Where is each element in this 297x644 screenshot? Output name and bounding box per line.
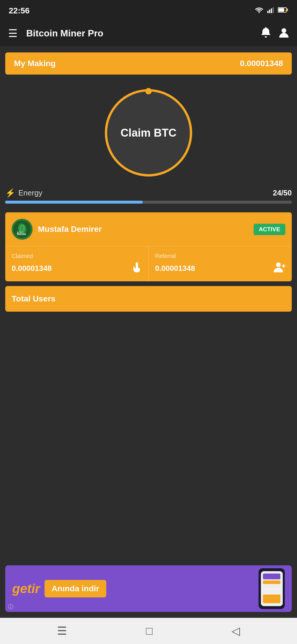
- claimed-stat-cell: Claimed 0.00001348: [5, 246, 149, 281]
- user-name: Mustafa Demirer: [38, 225, 102, 234]
- ad-phone-screen: [261, 571, 283, 606]
- svg-rect-3: [273, 7, 274, 13]
- svg-rect-1: [269, 10, 270, 13]
- user-avatar: Bonus Capto: [12, 219, 33, 240]
- svg-point-8: [282, 28, 286, 33]
- svg-rect-2: [271, 8, 272, 13]
- ad-brand-name: getir: [12, 581, 40, 596]
- app-title: Bitcoin Miner Pro: [26, 28, 261, 39]
- user-card-header: Bonus Capto Mustafa Demirer ACTIVE: [5, 212, 292, 246]
- nav-icons: [261, 27, 289, 40]
- battery-icon: ⚡: [278, 7, 288, 15]
- claim-circle-dot: [145, 88, 152, 94]
- status-time: 22:56: [9, 6, 30, 15]
- referral-stat-cell: Referral 0.00001348: [149, 246, 292, 281]
- user-info: Bonus Capto Mustafa Demirer: [12, 219, 102, 240]
- content-spacer: [0, 312, 297, 565]
- referral-value: 0.00001348: [155, 264, 195, 273]
- svg-rect-0: [267, 11, 268, 13]
- bottom-back-icon[interactable]: ◁: [231, 624, 240, 637]
- energy-section: ⚡ Energy 24/50: [0, 188, 297, 209]
- energy-bar-track: [5, 201, 292, 204]
- status-icons: ⚡: [255, 7, 288, 15]
- hamburger-menu-icon[interactable]: ☰: [8, 27, 17, 40]
- claim-btc-button[interactable]: Claim BTC: [105, 89, 192, 177]
- my-making-label: My Making: [14, 59, 56, 68]
- touch-icon: [132, 262, 142, 275]
- status-bar: 22:56 ⚡: [0, 0, 297, 20]
- svg-text:Capto: Capto: [17, 231, 23, 233]
- svg-point-14: [276, 262, 281, 267]
- bottom-menu-icon[interactable]: ☰: [57, 624, 67, 637]
- energy-value: 24/50: [273, 188, 292, 197]
- svg-rect-6: [278, 8, 284, 12]
- ad-phone-image: [259, 568, 285, 609]
- claim-btc-label: Claim BTC: [121, 127, 176, 139]
- claim-section: Claim BTC: [0, 75, 297, 188]
- signal-icon: [267, 7, 274, 15]
- stats-row: Claimed 0.00001348 Referral 0.00001348: [5, 246, 292, 281]
- profile-icon[interactable]: [279, 27, 289, 40]
- claimed-value-row: 0.00001348: [12, 262, 142, 275]
- notification-bell-icon[interactable]: [261, 27, 271, 40]
- my-making-banner: My Making 0.00001348: [5, 52, 292, 75]
- my-making-value: 0.00001348: [240, 59, 283, 68]
- add-person-icon[interactable]: [274, 262, 285, 275]
- top-nav: ☰ Bitcoin Miner Pro: [0, 20, 297, 47]
- total-users-label: Total Users: [12, 294, 55, 303]
- energy-bar-fill: [5, 201, 143, 204]
- bottom-nav: ☰ □ ◁: [0, 618, 297, 644]
- wifi-icon: [255, 7, 263, 15]
- bottom-home-icon[interactable]: □: [146, 625, 153, 637]
- claimed-label: Claimed: [12, 253, 142, 260]
- lightning-icon: ⚡: [5, 188, 15, 198]
- ad-info-icon: ⓘ: [8, 603, 13, 610]
- energy-left: ⚡ Energy: [5, 188, 42, 198]
- energy-header: ⚡ Energy 24/50: [5, 188, 292, 198]
- active-status-badge: ACTIVE: [254, 224, 285, 235]
- total-users-card: Total Users: [5, 286, 292, 312]
- claimed-value: 0.00001348: [12, 264, 52, 273]
- ad-cta-button[interactable]: Anında indir: [45, 580, 106, 597]
- svg-text:⚡: ⚡: [284, 8, 288, 13]
- user-card: Bonus Capto Mustafa Demirer ACTIVE Claim…: [5, 212, 292, 281]
- referral-label: Referral: [155, 253, 286, 260]
- energy-label: Energy: [18, 188, 42, 197]
- referral-value-row: 0.00001348: [155, 262, 286, 275]
- ad-banner[interactable]: getir Anında indir ⓘ: [5, 565, 292, 612]
